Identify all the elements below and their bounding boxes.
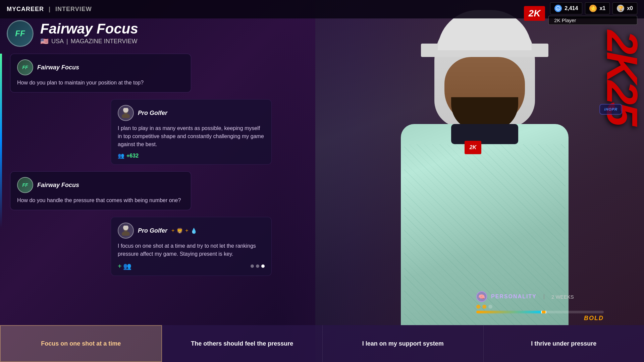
meta-separator: | <box>66 38 68 45</box>
personality-icon-2: 🦁 <box>176 228 183 234</box>
sponsor-badge: iHOPR <box>599 104 622 115</box>
player-name: 2K Player <box>548 16 637 25</box>
personality-icon-4: 💧 <box>191 228 197 234</box>
player-name-chat-2: Pro Golfer <box>138 227 167 234</box>
bubble-text-2: How do you handle the pressure that come… <box>17 196 184 204</box>
publisher-name-1: Fairway Focus <box>37 64 79 71</box>
dot-1 <box>251 264 254 268</box>
bubble-footer-2: + 👥 <box>118 262 265 270</box>
player-name-label: 2K Player <box>554 17 576 23</box>
breadcrumb-separator: | <box>49 6 53 12</box>
breadcrumb-section: INTERVIEW <box>55 6 92 12</box>
personality-progress-fill <box>476 311 546 313</box>
2k-badge: 2K <box>524 6 545 21</box>
publisher-name-2: Fairway Focus <box>37 182 79 189</box>
currency-area: C 2,414 ⭐ x1 🏆 x0 2K Player <box>550 2 637 25</box>
publisher-logo: FF <box>7 20 34 47</box>
gold-amount: x1 <box>599 5 605 11</box>
bubble-text-1: How do you plan to maintain your positio… <box>17 79 184 87</box>
bubble-footer-1: 👥 +632 <box>118 153 265 159</box>
personality-icon-1: + <box>171 228 174 234</box>
header-info: Fairway Focus 🇺🇸 USA | MAGAZINE INTERVIE… <box>40 22 138 45</box>
answer-thrive-label: I thrive under pressure <box>531 340 596 347</box>
dot-3 <box>261 264 265 268</box>
answer-focus-label: Focus on one shot at a time <box>41 340 121 347</box>
personality-icons: + 🦁 + 💧 <box>171 228 197 234</box>
personality-header: 🧠 PERSONALITY | 2 WEEKS <box>476 291 604 302</box>
breadcrumb: MyCAREER | INTERVIEW <box>7 6 92 13</box>
answer-pressure-label: The others should feel the pressure <box>191 340 293 347</box>
header-section: FF Fairway Focus 🇺🇸 USA | MAGAZINE INTER… <box>7 20 138 47</box>
vc-currency: C 2,414 <box>550 2 582 14</box>
currency-row: C 2,414 ⭐ x1 🏆 x0 <box>550 2 637 14</box>
personality-progress-track <box>476 311 604 313</box>
personality-emoji: 🧠 <box>478 294 485 300</box>
sponsor-name: iHOPR <box>604 107 618 111</box>
bubble-header-2: FF Fairway Focus <box>17 177 184 193</box>
personality-progress-handle <box>541 311 546 313</box>
trophy-icon: 🏆 <box>617 5 624 12</box>
personality-dots <box>476 305 604 309</box>
bubble-header-player-2: Pro Golfer + 🦁 + 💧 <box>118 223 265 239</box>
chat-bubble-publisher-2: FF Fairway Focus How do you handle the p… <box>10 171 191 210</box>
answer-choice-support[interactable]: I lean on my support system <box>323 325 484 362</box>
personality-value-label: BOLD <box>584 315 604 322</box>
gold-currency: ⭐ x1 <box>585 2 610 14</box>
personality-dot-1 <box>476 305 480 309</box>
personality-label: PERSONALITY <box>491 294 537 300</box>
breadcrumb-main: MyCAREER <box>7 6 44 12</box>
follower-amount-1: +632 <box>126 153 139 159</box>
top-right-area: 2K C 2,414 ⭐ x1 🏆 x0 2K Player <box>517 0 644 27</box>
follower-icon-1: 👥 <box>118 153 124 159</box>
add-fan-button[interactable]: + 👥 <box>118 262 131 270</box>
personality-sep: | <box>543 294 545 300</box>
svg-point-6 <box>122 231 130 236</box>
chat-pagination-dots <box>251 264 265 268</box>
publication-name: Fairway Focus <box>40 22 138 36</box>
vc-icon: C <box>554 5 562 12</box>
answer-choice-focus[interactable]: Focus on one shot at a time <box>0 325 162 362</box>
answer-choices: Focus on one shot at a time The others s… <box>0 325 644 362</box>
dot-2 <box>256 264 259 268</box>
publisher-avatar-1: FF <box>17 59 33 75</box>
trophy-amount: x0 <box>627 5 633 11</box>
personality-dot-3 <box>488 305 492 309</box>
answer-choice-thrive[interactable]: I thrive under pressure <box>484 325 644 362</box>
2k-badge-label: 2K <box>529 9 541 18</box>
trophy-currency: 🏆 x0 <box>612 2 637 14</box>
follower-gain-1: 👥 +632 <box>118 153 139 159</box>
answer-choice-pressure[interactable]: The others should feel the pressure <box>162 325 323 362</box>
bubble-header-1: FF Fairway Focus <box>17 59 184 75</box>
personality-icon: 🧠 <box>476 291 487 302</box>
player-avatar-1 <box>118 105 134 121</box>
chat-bubble-publisher-1: FF Fairway Focus How do you plan to main… <box>10 54 191 93</box>
svg-point-3 <box>122 114 130 118</box>
chat-bubble-player-2: Pro Golfer + 🦁 + 💧 I focus on one shot a… <box>111 217 272 276</box>
chat-bubble-player-1: Pro Golfer I plan to play in as many eve… <box>111 99 272 165</box>
bubble-text-player-2: I focus on one shot at a time and try to… <box>118 242 265 258</box>
publisher-avatar-2: FF <box>17 177 33 193</box>
player-name-chat-1: Pro Golfer <box>138 110 167 117</box>
personality-icon-3: + <box>185 228 188 234</box>
bubble-text-player-1: I plan to play in as many events as poss… <box>118 124 265 148</box>
publisher-initials: FF <box>15 29 25 38</box>
chat-area: FF Fairway Focus How do you plan to main… <box>7 54 278 283</box>
personality-value-area: BOLD <box>476 315 604 322</box>
gold-icon: ⭐ <box>589 5 597 12</box>
left-accent-bar <box>0 54 2 228</box>
personality-dot-2 <box>482 305 486 309</box>
personality-weeks: 2 WEEKS <box>551 294 574 300</box>
interview-type: MAGAZINE INTERVIEW <box>71 38 138 45</box>
svg-text:C: C <box>557 7 559 10</box>
player-avatar-2 <box>118 223 134 239</box>
vc-amount: 2,414 <box>565 5 578 11</box>
publication-meta: 🇺🇸 USA | MAGAZINE INTERVIEW <box>40 37 138 45</box>
country-flag: 🇺🇸 <box>40 37 49 45</box>
personality-bar: 🧠 PERSONALITY | 2 WEEKS BOLD <box>476 291 604 322</box>
bubble-header-player-1: Pro Golfer <box>118 105 265 121</box>
answer-support-label: I lean on my support system <box>362 340 444 347</box>
country-label: USA <box>51 38 64 45</box>
